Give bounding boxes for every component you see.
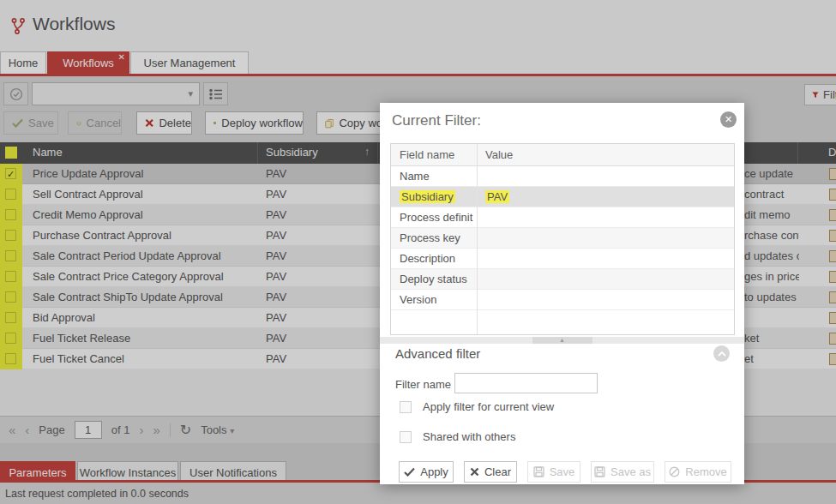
remove-slash-icon	[669, 466, 680, 477]
field-name-cell: Process definit...	[400, 211, 473, 224]
filter-fields-table: Field name Value Name Subsidiary PAV Pro…	[390, 143, 735, 335]
filter-field-row[interactable]: Process definit...	[391, 207, 734, 228]
field-name-cell: Subsidiary	[400, 190, 455, 203]
advanced-filter-title: Advanced filter	[395, 346, 480, 361]
field-name-cell: Process key	[400, 231, 460, 244]
button-label: Clear	[484, 465, 511, 478]
button-label: Apply	[420, 465, 448, 478]
checkbox-box[interactable]	[400, 401, 412, 413]
clear-button[interactable]: Clear	[464, 461, 517, 483]
checkbox-label: Shared with others	[423, 430, 515, 443]
save-button[interactable]: Save	[527, 461, 580, 483]
field-name-cell: Version	[400, 293, 436, 306]
button-label: Remove	[685, 465, 726, 478]
checkbox-shared-with-others[interactable]: Shared with others	[400, 430, 515, 443]
filter-name-label: Filter name	[395, 378, 451, 391]
splitter[interactable]: ▲	[380, 337, 744, 344]
field-name-cell: Description	[400, 252, 455, 265]
button-label: Save	[550, 465, 575, 478]
remove-button[interactable]: Remove	[665, 461, 731, 483]
button-label: Save as	[610, 465, 651, 478]
check-icon	[404, 467, 415, 477]
field-name-cell: Deploy status	[400, 273, 467, 285]
chevron-up-icon	[718, 351, 726, 357]
current-filter-dialog: Current Filter: ✕ Field name Value Name …	[380, 103, 744, 484]
close-icon[interactable]: ✕	[720, 111, 737, 128]
splitter-handle[interactable]: ▲	[532, 337, 592, 344]
value-column-header: Value	[485, 148, 513, 161]
apply-button[interactable]: Apply	[399, 461, 454, 483]
checkbox-label: Apply filter for current view	[423, 400, 554, 413]
filter-table-header: Field name Value	[391, 144, 734, 166]
filter-field-row[interactable]: Description	[391, 249, 734, 269]
filter-field-row[interactable]: Process key	[391, 228, 734, 249]
filter-field-row[interactable]: Subsidiary PAV	[391, 187, 734, 207]
save-floppy-icon	[594, 466, 605, 477]
column-divider	[477, 144, 478, 334]
field-name-column-header: Field name	[400, 148, 454, 161]
x-icon	[470, 467, 479, 477]
filter-field-row[interactable]: Deploy status	[391, 269, 734, 290]
workflows-app: Workflows Home Workflows ✕ User Manageme…	[0, 0, 836, 504]
field-name-cell: Name	[400, 170, 430, 183]
filter-field-row[interactable]: Name	[391, 166, 734, 187]
checkbox-apply-filter-for-current-view[interactable]: Apply filter for current view	[400, 400, 554, 413]
dialog-title: Current Filter:	[392, 112, 481, 129]
filter-field-row[interactable]: Version	[391, 290, 734, 310]
save-as-button[interactable]: Save as	[591, 461, 654, 483]
field-value-cell[interactable]: PAV	[485, 190, 509, 203]
save-floppy-icon	[533, 466, 544, 477]
filter-name-input[interactable]	[454, 373, 598, 393]
checkbox-box[interactable]	[400, 431, 412, 443]
collapse-toggle[interactable]	[713, 345, 730, 362]
